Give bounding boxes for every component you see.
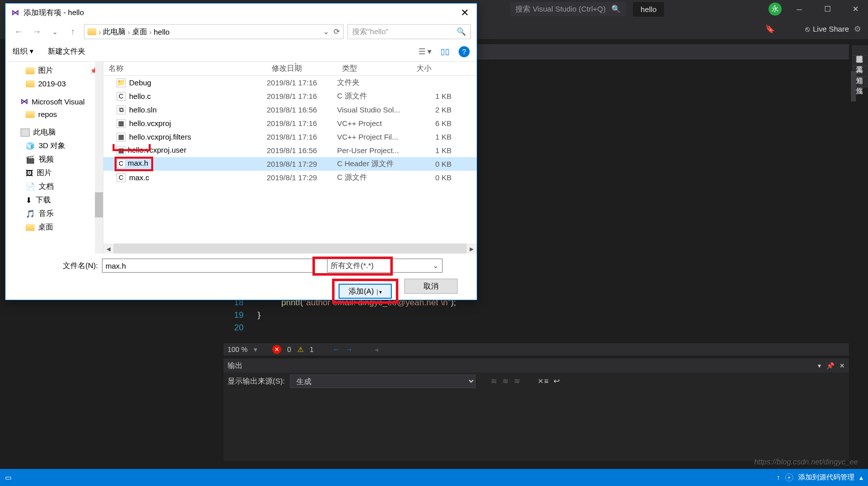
tree-item[interactable]: 🎬视频 (6, 153, 103, 166)
wrap-icon[interactable]: ↩ (554, 377, 560, 386)
nav-back-icon[interactable]: ← (333, 345, 340, 353)
help-icon[interactable]: ? (459, 46, 470, 57)
horizontal-scrollbar[interactable]: ◂▸ (103, 244, 477, 254)
col-size[interactable]: 大小 (411, 64, 457, 73)
add-existing-item-dialog: ⋈ 添加现有项 - hello ✕ ← → ⌄ ↑ › 此电脑› 桌面› hel… (5, 3, 477, 300)
file-row[interactable]: ⧉ hello.sln2019/8/1 16:56Visual Studio S… (103, 103, 477, 116)
organize-button[interactable]: 组织 ▾ (13, 47, 34, 56)
scroll-indicator (851, 71, 856, 101)
nav-forward-button[interactable]: → (30, 25, 44, 39)
clear-icon[interactable]: ⨯≡ (537, 377, 549, 386)
file-row[interactable]: C hello.c2019/8/1 17:16C 源文件1 KB (103, 89, 477, 103)
tree-item[interactable]: ⋈Microsoft Visual (6, 95, 103, 108)
server-explorer-tab[interactable]: 服务器资源管理器 (852, 45, 867, 56)
active-tab[interactable]: hello (633, 2, 664, 17)
new-folder-button[interactable]: 新建文件夹 (48, 47, 85, 56)
preview-icon[interactable]: ▯▯ (441, 47, 450, 56)
windows-taskbar[interactable]: ▭ ↑ + 添加到源代码管理 ▴ (0, 469, 868, 486)
warning-icon[interactable]: ⚠ (297, 345, 304, 353)
dialog-toolbar: 组织 ▾ 新建文件夹 ☰ ▾ ▯▯ ? (6, 42, 477, 62)
search-icon: 🔍 (611, 5, 621, 14)
watermark: https://blog.csdn.net/dingyc_ee (754, 457, 858, 466)
folder-icon (87, 28, 96, 35)
view-options-icon[interactable]: ☰ ▾ (418, 47, 431, 56)
add-button-highlight: 添加(A) │▾ (332, 279, 398, 304)
dialog-title: 添加现有项 - hello (24, 8, 84, 18)
tree-item[interactable]: repos (6, 108, 103, 120)
dropdown-icon[interactable]: ▾ (818, 362, 821, 370)
dialog-footer: 文件名(N): 所有文件(*.*)⌄ 添加(A) │▾ 取消 (6, 254, 477, 300)
bookmark-icon[interactable]: 🔖 (765, 24, 775, 34)
add-button[interactable]: 添加(A) │▾ (339, 284, 392, 299)
tree-item[interactable]: 此电脑 (6, 126, 103, 139)
tool-icon[interactable]: ≋ (502, 377, 509, 386)
file-row[interactable]: ▦ hello.vcxproj.filters2019/8/1 17:16VC+… (103, 130, 477, 144)
user-avatar[interactable]: 永 (769, 3, 782, 16)
tree-item[interactable]: 🎵音乐 (6, 207, 103, 220)
dialog-titlebar: ⋈ 添加现有项 - hello ✕ (6, 4, 477, 22)
file-list[interactable]: 📁 Debug2019/8/1 17:16文件夹C hello.c2019/8/… (103, 76, 477, 244)
file-row[interactable]: 📁 Debug2019/8/1 17:16文件夹 (103, 76, 477, 89)
tree-item[interactable]: 🖼图片 (6, 166, 103, 180)
col-date[interactable]: 修改日期 (267, 64, 337, 73)
output-source-label: 显示输出来源(S): (228, 377, 285, 386)
tree-item[interactable]: 桌面 (6, 220, 103, 234)
source-control-status[interactable]: 添加到源代码管理 (798, 473, 854, 482)
breadcrumb[interactable]: › 此电脑› 桌面› hello ⌄ ⟳ (84, 24, 344, 39)
sort-indicator: ˄ (294, 62, 297, 68)
tree-item[interactable]: 🧊3D 对象 (6, 139, 103, 153)
file-type-select[interactable]: 所有文件(*.*)⌄ (327, 259, 443, 273)
search-input[interactable]: 搜索"hello" 🔍 (348, 24, 471, 39)
col-name[interactable]: 名称 (103, 64, 267, 73)
search-icon: 🔍 (457, 27, 466, 36)
tree-scrollbar[interactable] (95, 62, 103, 254)
filename-label: 文件名(N): (16, 261, 98, 271)
tool-icon[interactable]: ≋ (491, 377, 497, 386)
filename-input[interactable] (102, 259, 313, 273)
tree-item[interactable]: 图片📌 (6, 64, 103, 77)
tree-item[interactable]: 📄文档 (6, 180, 103, 193)
close-button[interactable]: ✕ (845, 1, 866, 17)
up-icon[interactable]: ↑ (777, 473, 780, 481)
file-row[interactable]: ▦ hello.vcxproj.user2019/8/1 16:56Per-Us… (103, 144, 477, 157)
nav-fwd-icon[interactable]: → (346, 345, 353, 353)
file-list-header[interactable]: 名称 ˄ 修改日期 类型 大小 (103, 62, 477, 76)
nav-recent-button[interactable]: ⌄ (48, 25, 62, 39)
maximize-button[interactable]: ☐ (817, 1, 838, 17)
vs-icon: ⋈ (11, 8, 20, 17)
output-panel: 输出 ▾ 📌 ✕ 显示输出来源(S): 生成 ≋ ≋ ≋ ⨯≡ ↩ (224, 358, 849, 461)
file-row[interactable]: ▦ hello.vcxproj2019/8/1 17:16VC++ Projec… (103, 116, 477, 130)
toolbox-tab[interactable]: 工具箱 (852, 56, 867, 66)
task-view-icon[interactable]: ▭ (5, 473, 12, 481)
tool-icon[interactable]: ≋ (514, 377, 520, 386)
minimize-button[interactable]: ─ (789, 1, 810, 17)
output-title: 输出 (228, 361, 243, 371)
share-icon: ⎋ (805, 25, 810, 33)
nav-up-button[interactable]: ↑ (66, 25, 80, 39)
close-panel-icon[interactable]: ✕ (839, 362, 845, 370)
pin-icon[interactable]: 📌 (826, 362, 834, 370)
nav-back-button[interactable]: ← (12, 25, 26, 39)
editor-status-bar: 100 % ▾ ✕0 ⚠1 ← → ◂ (224, 343, 849, 355)
file-row[interactable]: C max.h2019/8/1 17:29C Header 源文件0 KB (103, 157, 477, 171)
settings-icon[interactable]: ⚙ (854, 24, 861, 34)
vs-search[interactable]: 搜索 Visual Studio (Ctrl+Q) 🔍 (510, 2, 626, 17)
folder-tree[interactable]: 图片📌2019-03⋈Microsoft Visualrepos此电脑🧊3D 对… (6, 62, 103, 254)
dialog-nav: ← → ⌄ ↑ › 此电脑› 桌面› hello ⌄ ⟳ 搜索"hello" 🔍 (6, 22, 477, 42)
col-type[interactable]: 类型 (337, 64, 411, 73)
tree-item[interactable]: ⬇下载 (6, 193, 103, 207)
live-share-button[interactable]: ⎋ Live Share (805, 25, 849, 33)
cancel-button[interactable]: 取消 (404, 279, 458, 294)
dialog-close-button[interactable]: ✕ (453, 4, 477, 22)
file-row[interactable]: C max.c2019/8/1 17:29C 源文件0 KB (103, 171, 477, 184)
tree-item[interactable]: 2019-03 (6, 77, 103, 90)
search-placeholder: 搜索 Visual Studio (Ctrl+Q) (515, 5, 605, 14)
output-source-select[interactable]: 生成 (290, 375, 476, 388)
error-icon[interactable]: ✕ (272, 345, 281, 354)
zoom-level[interactable]: 100 % (228, 345, 248, 353)
refresh-icon[interactable]: ⟳ (334, 27, 340, 36)
